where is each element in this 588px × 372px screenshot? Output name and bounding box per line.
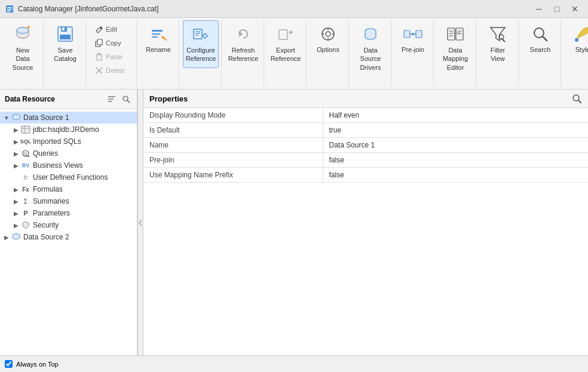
export-reference-button[interactable]: Export Reference	[268, 20, 304, 68]
options-button[interactable]: Options	[310, 20, 346, 68]
expand-icon: ▶	[12, 127, 20, 133]
style-label: Style	[575, 46, 588, 54]
func-icon: fz	[20, 173, 31, 182]
toolbar-group-search: Search	[520, 20, 561, 87]
pre-join-button[interactable]: Pre-join	[395, 20, 431, 68]
save-catalog-button[interactable]: Save Catalog	[47, 20, 83, 68]
property-value: false	[323, 153, 588, 168]
search-button[interactable]: Search	[522, 20, 558, 68]
security-icon	[20, 220, 31, 230]
toolbar-group-prejoin: Pre-join	[393, 20, 434, 87]
edit-group: Edit Copy Paste Delete	[90, 20, 134, 79]
filter-view-label: Filter View	[483, 46, 513, 63]
properties-header: Properties	[143, 90, 588, 108]
edit-icon	[95, 25, 103, 33]
svg-rect-19	[152, 36, 158, 38]
svg-line-75	[578, 100, 581, 103]
svg-rect-67	[22, 126, 30, 133]
save-icon	[56, 24, 75, 44]
expand-icon: ▶	[12, 222, 20, 229]
property-value: Half even	[323, 108, 588, 123]
sort-icon[interactable]	[106, 93, 118, 105]
new-data-source-button[interactable]: + New Data Source	[5, 20, 41, 75]
refresh-reference-button[interactable]: Refresh Reference	[225, 20, 261, 68]
data-source-drivers-button[interactable]: Data Source Drivers	[353, 20, 388, 75]
sidebar: Data Resource ▼ Data Source 1	[0, 90, 137, 355]
refresh-icon	[234, 24, 253, 44]
svg-rect-10	[62, 27, 65, 30]
db2-icon	[11, 232, 22, 242]
svg-marker-28	[290, 30, 293, 35]
tree-item-datasource1[interactable]: ▼ Data Source 1	[0, 112, 137, 124]
sql-icon: SQL	[20, 137, 31, 146]
sidebar-title: Data Resource	[5, 95, 55, 103]
tree-item-datasource1-label: Data Source 1	[23, 113, 69, 122]
tree-item-user-functions[interactable]: ▶ fz User Defined Functions	[0, 171, 137, 183]
expand-icon: ▶	[12, 186, 20, 193]
property-key: Is Default	[143, 123, 323, 138]
paste-icon	[95, 53, 103, 61]
fx-icon: Fx	[20, 185, 31, 194]
tree-item-sqls-label: Imported SQLs	[33, 137, 81, 146]
tree-item-datasource2[interactable]: ▶ Data Source 2	[0, 231, 137, 243]
svg-point-64	[123, 96, 128, 101]
rename-button[interactable]: Rename	[140, 20, 176, 68]
delete-icon	[95, 66, 103, 75]
refresh-reference-label: Refresh Reference	[228, 46, 259, 63]
paste-button[interactable]: Paste	[91, 50, 133, 63]
configure-reference-label: Configure Reference	[186, 46, 216, 63]
close-button[interactable]: ✕	[566, 2, 583, 16]
property-key: Display Rounding Mode	[143, 108, 323, 123]
sidebar-header-icons	[106, 93, 132, 105]
title-bar: Catalog Manager [JinfonetGourmetJava.cat…	[0, 0, 588, 18]
tree-item-jdbc[interactable]: ▶ jdbc:hsqldb:JRDemo	[0, 124, 137, 136]
toolbar-group-edit: Edit Copy Paste Delete	[87, 20, 137, 87]
expand-icon: ▶	[12, 162, 20, 169]
svg-rect-12	[97, 39, 102, 45]
svg-rect-1	[7, 7, 12, 8]
properties-panel: Properties Display Rounding ModeHalf eve…	[143, 90, 588, 355]
tree-item-queries[interactable]: ▶ Q Queries	[0, 147, 137, 159]
delete-button[interactable]: Delete	[91, 64, 133, 77]
tree-item-functions-label: User Defined Functions	[33, 173, 108, 182]
always-on-top-checkbox[interactable]	[5, 360, 13, 368]
tree-item-imported-sqls[interactable]: ▶ SQL Imported SQLs	[0, 136, 137, 147]
copy-button[interactable]: Copy	[91, 36, 133, 50]
svg-rect-21	[194, 29, 202, 39]
toolbar-group-rename: Rename	[138, 20, 179, 87]
tree-item-summaries[interactable]: ▶ Σ Summaries	[0, 195, 137, 207]
property-value: Data Source 1	[323, 138, 588, 153]
tree-item-security[interactable]: ▶ Security	[0, 219, 137, 231]
style-button[interactable]: Style	[565, 20, 588, 68]
tree-item-parameters[interactable]: ▶ P Parameters	[0, 207, 137, 219]
sidebar-search-icon[interactable]	[120, 93, 132, 105]
properties-table: Display Rounding ModeHalf evenIs Default…	[143, 108, 588, 183]
properties-search-icon[interactable]	[571, 93, 582, 104]
maximize-button[interactable]: □	[549, 2, 565, 16]
data-mapping-editor-button[interactable]: EN Data Mapping Editor	[437, 20, 473, 75]
svg-point-30	[326, 32, 330, 36]
expand-icon: ▶	[2, 234, 11, 241]
expand-icon: ▶	[12, 150, 20, 157]
style-icon	[573, 24, 588, 44]
minimize-button[interactable]: ─	[531, 2, 547, 16]
collapse-handle[interactable]: ❮	[137, 90, 143, 355]
svg-rect-3	[7, 11, 10, 12]
table-row: Display Rounding ModeHalf even	[143, 108, 588, 123]
svg-point-39	[412, 33, 414, 35]
param-icon: P	[20, 208, 31, 218]
tree-item-summaries-label: Summaries	[33, 197, 69, 205]
tree-item-business-views[interactable]: ▶ BV Business Views	[0, 159, 137, 171]
tree-item-parameters-label: Parameters	[33, 209, 70, 217]
export-icon	[276, 24, 295, 44]
expand-icon: ▼	[2, 115, 11, 121]
svg-rect-37	[416, 30, 422, 38]
edit-button[interactable]: Edit	[91, 23, 133, 36]
tree-item-formulas[interactable]: ▶ Fx Formulas	[0, 183, 137, 195]
filter-view-button[interactable]: Filter View	[480, 20, 516, 68]
svg-line-71	[27, 155, 29, 157]
configure-reference-button[interactable]: Configure Reference	[183, 20, 219, 68]
svg-line-65	[127, 100, 130, 103]
rename-label: Rename	[146, 46, 171, 54]
svg-rect-2	[7, 9, 12, 10]
